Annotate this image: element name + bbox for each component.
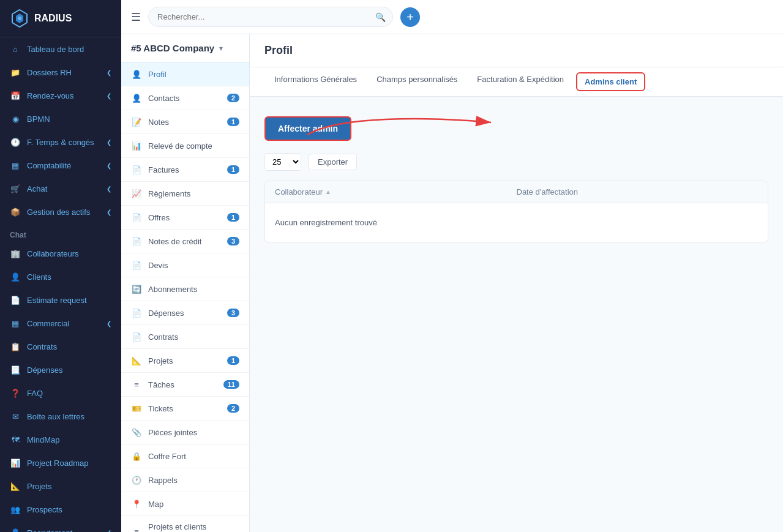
left-nav-label-abonnements: Abonnements bbox=[148, 285, 239, 294]
sidebar-item-dossiers-rh[interactable]: 📁Dossiers RH❮ bbox=[0, 61, 121, 84]
menu-toggle-button[interactable]: ☰ bbox=[131, 10, 141, 24]
sidebar-label-commercial: Commercial bbox=[27, 319, 100, 328]
sidebar-label-comptabilite: Comptabilité bbox=[27, 161, 100, 170]
sidebar-item-contrats[interactable]: 📋Contrats bbox=[0, 335, 121, 358]
badge-notes-credit: 3 bbox=[227, 237, 239, 245]
left-nav-label-contrats-nav: Contrats bbox=[148, 332, 239, 342]
left-nav-item-devis[interactable]: 📄Devis bbox=[121, 253, 249, 277]
left-nav-item-factures[interactable]: 📄Factures1 bbox=[121, 158, 249, 182]
document-icon: 📄 bbox=[131, 164, 142, 175]
sidebar-label-faq: FAQ bbox=[27, 389, 111, 398]
left-nav-item-notes[interactable]: 📝Notes1 bbox=[121, 110, 249, 134]
left-nav-label-notes-credit: Notes de crédit bbox=[148, 237, 221, 246]
chevron-icon-commercial: ❮ bbox=[107, 320, 111, 327]
prospects-icon: 👥 bbox=[10, 504, 21, 515]
table-empty-message: Aucun enregistrement trouvé bbox=[265, 203, 768, 242]
sidebar-item-achat[interactable]: 🛒Achat❮ bbox=[0, 177, 121, 200]
doc-text2-icon: 📄 bbox=[131, 236, 142, 247]
clock-icon: 🕐 bbox=[10, 137, 21, 148]
left-nav-label-projets-clients: Projets et clients associés bbox=[148, 522, 239, 532]
sort-collaborateur-icon[interactable]: ▲ bbox=[325, 189, 331, 195]
left-nav-item-notes-credit[interactable]: 📄Notes de crédit3 bbox=[121, 230, 249, 253]
sidebar-label-f-temps-conges: F. Temps & congés bbox=[27, 138, 100, 147]
search-input[interactable] bbox=[148, 7, 393, 27]
tab-facturation-expedition[interactable]: Facturation & Expédition bbox=[467, 67, 574, 96]
left-nav-item-coffre-fort[interactable]: 🔒Coffre Fort bbox=[121, 444, 249, 468]
left-nav-item-abonnements[interactable]: 🔄Abonnements bbox=[121, 277, 249, 301]
sidebar-item-tableau-de-bord[interactable]: ⌂Tableau de bord bbox=[0, 37, 121, 61]
left-nav-item-taches[interactable]: ≡Tâches11 bbox=[121, 373, 249, 397]
sidebar-item-depenses[interactable]: 📃Dépenses bbox=[0, 358, 121, 381]
folder-icon: 📁 bbox=[10, 67, 21, 78]
left-nav-item-reglements[interactable]: 📈Règlements bbox=[121, 182, 249, 206]
projects-icon-icon: 📐 bbox=[131, 355, 142, 366]
left-nav: 👤Profil👤Contacts2📝Notes1📊Relevé de compt… bbox=[121, 62, 249, 532]
left-nav-label-map: Map bbox=[148, 500, 239, 509]
sidebar-item-recrutement[interactable]: 👤Recrutement❮ bbox=[0, 521, 121, 532]
chevron-icon-dossiers-rh: ❮ bbox=[107, 69, 111, 76]
file-icon: 📄 bbox=[10, 294, 21, 305]
sidebar-item-project-roadmap[interactable]: 📊Project Roadmap bbox=[0, 451, 121, 474]
logo-text: RADIUS bbox=[34, 13, 72, 24]
left-nav-item-projets-nav[interactable]: 📐Projets1 bbox=[121, 349, 249, 373]
left-nav-item-releve-compte[interactable]: 📊Relevé de compte bbox=[121, 134, 249, 158]
tab-infos-generales[interactable]: Informations Générales bbox=[264, 67, 367, 96]
sidebar-item-commercial[interactable]: ▦Commercial❮ bbox=[0, 312, 121, 335]
left-nav-item-profil[interactable]: 👤Profil bbox=[121, 62, 249, 86]
left-nav-item-contrats-nav[interactable]: 📄Contrats bbox=[121, 325, 249, 349]
left-nav-label-projets-nav: Projets bbox=[148, 356, 221, 365]
left-nav-item-map[interactable]: 📍Map bbox=[121, 492, 249, 516]
sidebar-item-clients[interactable]: 👤Clients bbox=[0, 265, 121, 288]
sidebar-item-boite-lettres[interactable]: ✉Boîte aux lettres bbox=[0, 405, 121, 428]
chevron-icon-f-temps-conges: ❮ bbox=[107, 139, 111, 146]
left-nav-item-offres[interactable]: 📄Offres1 bbox=[121, 206, 249, 230]
sidebar-item-collaborateurs[interactable]: 🏢Collaborateurs bbox=[0, 242, 121, 265]
grid-icon: ▦ bbox=[10, 160, 21, 171]
tab-content-admins: Affecter admin 25 bbox=[250, 97, 783, 257]
list-icon: ≡ bbox=[131, 379, 142, 390]
affecter-admin-button[interactable]: Affecter admin bbox=[264, 116, 351, 141]
sidebar-label-achat: Achat bbox=[27, 184, 100, 193]
left-nav-label-coffre-fort: Coffre Fort bbox=[148, 452, 239, 461]
tab-champs-personnalises[interactable]: Champs personnalisés bbox=[367, 67, 467, 96]
badge-depenses-nav: 3 bbox=[227, 309, 239, 317]
sidebar: RADIUS ⌂Tableau de bord📁Dossiers RH❮📅Ren… bbox=[0, 0, 121, 532]
sidebar-item-rendez-vous[interactable]: 📅Rendez-vous❮ bbox=[0, 84, 121, 107]
building-icon: 🏢 bbox=[10, 248, 21, 259]
export-button[interactable]: Exporter bbox=[309, 154, 357, 170]
main-area: ☰ 🔍 + #5 ABCD Company ▾ 👤Profil👤Contacts… bbox=[121, 0, 783, 532]
doc-blank-icon: 📄 bbox=[131, 260, 142, 271]
left-nav-label-rappels: Rappels bbox=[148, 476, 239, 485]
sidebar-item-faq[interactable]: ❓FAQ bbox=[0, 381, 121, 405]
sidebar-label-collaborateurs: Collaborateurs bbox=[27, 249, 111, 258]
sidebar-item-prospects[interactable]: 👥Prospects bbox=[0, 498, 121, 521]
search-wrapper: 🔍 bbox=[148, 7, 393, 27]
left-nav-item-projets-clients[interactable]: ≡Projets et clients associés bbox=[121, 516, 249, 532]
add-button[interactable]: + bbox=[400, 7, 420, 27]
chevron-icon-recrutement: ❮ bbox=[107, 530, 111, 533]
projets-icon: 📐 bbox=[10, 481, 21, 492]
left-nav-item-tickets[interactable]: 🎫Tickets2 bbox=[121, 397, 249, 421]
sidebar-label-rendez-vous: Rendez-vous bbox=[27, 91, 100, 100]
sidebar-item-gestion-actifs[interactable]: 📦Gestion des actifs❮ bbox=[0, 200, 121, 223]
col-date-affectation: Date d'affectation bbox=[517, 187, 759, 197]
sidebar-item-mindmap[interactable]: 🗺MindMap bbox=[0, 428, 121, 451]
sidebar-item-f-temps-conges[interactable]: 🕐F. Temps & congés❮ bbox=[0, 130, 121, 154]
sidebar-label-projets: Projets bbox=[27, 482, 111, 491]
left-nav-label-taches: Tâches bbox=[148, 380, 217, 389]
per-page-select[interactable]: 25 50 100 bbox=[264, 153, 301, 171]
tab-admins-client[interactable]: Admins client bbox=[576, 72, 645, 91]
left-nav-item-rappels[interactable]: 🕐Rappels bbox=[121, 468, 249, 492]
roadmap-icon: 📊 bbox=[10, 457, 21, 468]
sidebar-item-comptabilite[interactable]: ▦Comptabilité❮ bbox=[0, 154, 121, 177]
left-nav-item-contacts[interactable]: 👤Contacts2 bbox=[121, 86, 249, 110]
left-nav-item-depenses-nav[interactable]: 📄Dépenses3 bbox=[121, 301, 249, 325]
sidebar-item-bpmn[interactable]: ◉BPMN bbox=[0, 107, 121, 130]
left-nav-item-pieces-jointes[interactable]: 📎Pièces jointes bbox=[121, 421, 249, 444]
sidebar-item-estimate-request[interactable]: 📄Estimate request bbox=[0, 288, 121, 312]
sidebar-label-clients: Clients bbox=[27, 272, 111, 282]
svg-point-2 bbox=[18, 17, 21, 20]
sidebar-item-projets[interactable]: 📐Projets bbox=[0, 474, 121, 498]
company-chevron-icon[interactable]: ▾ bbox=[219, 44, 223, 53]
person-circle-icon: 👤 bbox=[131, 69, 142, 80]
